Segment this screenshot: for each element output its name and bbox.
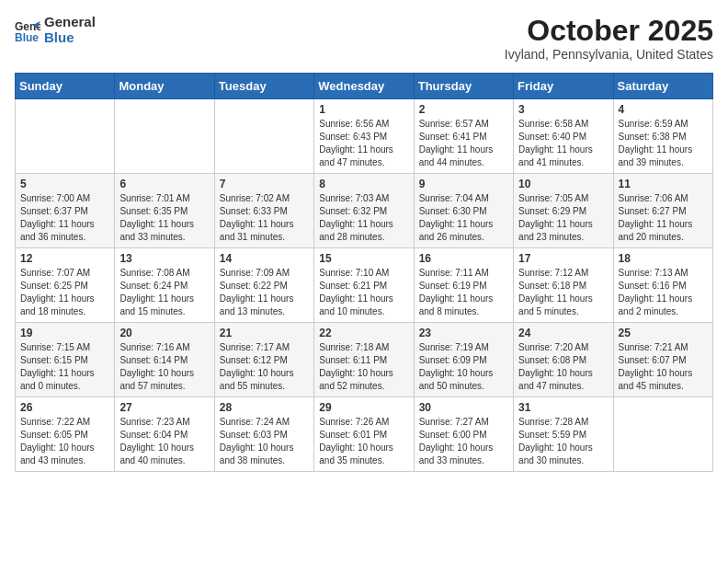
day-info: Sunrise: 7:02 AMSunset: 6:33 PMDaylight:… — [220, 192, 309, 244]
logo-general: General — [44, 15, 96, 30]
day-info: Sunrise: 7:00 AMSunset: 6:37 PMDaylight:… — [20, 192, 109, 244]
day-number: 10 — [518, 178, 608, 190]
day-number: 23 — [419, 327, 508, 339]
day-cell: 27Sunrise: 7:23 AMSunset: 6:04 PMDayligh… — [115, 397, 214, 472]
svg-text:Blue: Blue — [15, 31, 39, 43]
day-info: Sunrise: 7:04 AMSunset: 6:30 PMDaylight:… — [419, 192, 508, 244]
day-number: 8 — [319, 178, 408, 190]
day-cell: 14Sunrise: 7:09 AMSunset: 6:22 PMDayligh… — [214, 248, 313, 323]
week-row-5: 26Sunrise: 7:22 AMSunset: 6:05 PMDayligh… — [16, 397, 713, 472]
day-info: Sunrise: 7:19 AMSunset: 6:09 PMDaylight:… — [419, 341, 508, 393]
day-info: Sunrise: 7:18 AMSunset: 6:11 PMDaylight:… — [319, 341, 408, 393]
day-info: Sunrise: 6:56 AMSunset: 6:43 PMDaylight:… — [319, 118, 408, 169]
day-number: 24 — [518, 327, 608, 339]
day-info: Sunrise: 7:24 AMSunset: 6:03 PMDaylight:… — [220, 416, 309, 467]
logo-icon: General Blue — [15, 17, 40, 43]
page-header: General Blue General Blue October 2025 I… — [15, 15, 713, 62]
day-cell — [16, 99, 115, 174]
weekday-header-thursday: Thursday — [414, 74, 513, 99]
day-cell: 28Sunrise: 7:24 AMSunset: 6:03 PMDayligh… — [214, 397, 313, 472]
day-info: Sunrise: 7:17 AMSunset: 6:12 PMDaylight:… — [220, 341, 309, 393]
day-number: 31 — [518, 401, 608, 414]
day-number: 6 — [119, 178, 209, 190]
day-cell: 31Sunrise: 7:28 AMSunset: 5:59 PMDayligh… — [514, 397, 613, 472]
week-row-3: 12Sunrise: 7:07 AMSunset: 6:25 PMDayligh… — [16, 248, 713, 323]
day-info: Sunrise: 7:03 AMSunset: 6:32 PMDaylight:… — [319, 192, 408, 244]
day-number: 11 — [619, 178, 708, 190]
weekday-header-sunday: Sunday — [16, 74, 115, 99]
day-cell — [115, 99, 214, 174]
day-info: Sunrise: 7:07 AMSunset: 6:25 PMDaylight:… — [20, 267, 109, 318]
logo-blue: Blue — [44, 30, 96, 46]
day-number: 16 — [419, 252, 508, 265]
day-cell: 19Sunrise: 7:15 AMSunset: 6:15 PMDayligh… — [16, 323, 115, 397]
day-cell — [214, 99, 313, 174]
day-info: Sunrise: 6:59 AMSunset: 6:38 PMDaylight:… — [619, 118, 708, 169]
day-info: Sunrise: 7:12 AMSunset: 6:18 PMDaylight:… — [518, 267, 608, 318]
day-info: Sunrise: 7:09 AMSunset: 6:22 PMDaylight:… — [220, 267, 309, 318]
day-info: Sunrise: 7:15 AMSunset: 6:15 PMDaylight:… — [20, 341, 109, 393]
day-cell: 11Sunrise: 7:06 AMSunset: 6:27 PMDayligh… — [613, 174, 712, 248]
day-cell: 1Sunrise: 6:56 AMSunset: 6:43 PMDaylight… — [314, 99, 414, 174]
day-cell: 21Sunrise: 7:17 AMSunset: 6:12 PMDayligh… — [214, 323, 313, 397]
day-info: Sunrise: 7:22 AMSunset: 6:05 PMDaylight:… — [20, 416, 109, 467]
day-info: Sunrise: 7:27 AMSunset: 6:00 PMDaylight:… — [419, 416, 508, 467]
day-cell: 13Sunrise: 7:08 AMSunset: 6:24 PMDayligh… — [115, 248, 214, 323]
weekday-header-monday: Monday — [115, 74, 214, 99]
day-cell: 10Sunrise: 7:05 AMSunset: 6:29 PMDayligh… — [514, 174, 613, 248]
day-number: 14 — [220, 252, 309, 265]
day-number: 7 — [220, 178, 309, 190]
day-number: 9 — [419, 178, 508, 190]
month-title: October 2025 — [505, 15, 713, 47]
day-info: Sunrise: 6:58 AMSunset: 6:40 PMDaylight:… — [518, 118, 608, 169]
weekday-header-tuesday: Tuesday — [214, 74, 313, 99]
day-info: Sunrise: 7:11 AMSunset: 6:19 PMDaylight:… — [419, 267, 508, 318]
day-number: 1 — [319, 103, 408, 116]
day-number: 13 — [119, 252, 209, 265]
day-cell: 18Sunrise: 7:13 AMSunset: 6:16 PMDayligh… — [613, 248, 712, 323]
day-info: Sunrise: 7:21 AMSunset: 6:07 PMDaylight:… — [619, 341, 708, 393]
day-info: Sunrise: 7:13 AMSunset: 6:16 PMDaylight:… — [619, 267, 708, 318]
logo: General Blue General Blue — [15, 15, 96, 45]
day-cell: 24Sunrise: 7:20 AMSunset: 6:08 PMDayligh… — [514, 323, 613, 397]
day-cell: 8Sunrise: 7:03 AMSunset: 6:32 PMDaylight… — [314, 174, 414, 248]
week-row-4: 19Sunrise: 7:15 AMSunset: 6:15 PMDayligh… — [16, 323, 713, 397]
day-info: Sunrise: 7:20 AMSunset: 6:08 PMDaylight:… — [518, 341, 608, 393]
location: Ivyland, Pennsylvania, United States — [505, 47, 713, 62]
week-row-1: 1Sunrise: 6:56 AMSunset: 6:43 PMDaylight… — [16, 99, 713, 174]
day-cell: 30Sunrise: 7:27 AMSunset: 6:00 PMDayligh… — [414, 397, 513, 472]
day-cell: 16Sunrise: 7:11 AMSunset: 6:19 PMDayligh… — [414, 248, 513, 323]
weekday-header-row: SundayMondayTuesdayWednesdayThursdayFrid… — [16, 74, 713, 99]
day-cell: 20Sunrise: 7:16 AMSunset: 6:14 PMDayligh… — [115, 323, 214, 397]
day-info: Sunrise: 7:10 AMSunset: 6:21 PMDaylight:… — [319, 267, 408, 318]
weekday-header-wednesday: Wednesday — [314, 74, 414, 99]
day-cell: 4Sunrise: 6:59 AMSunset: 6:38 PMDaylight… — [613, 99, 712, 174]
day-cell: 6Sunrise: 7:01 AMSunset: 6:35 PMDaylight… — [115, 174, 214, 248]
day-number: 12 — [20, 252, 109, 265]
day-cell: 5Sunrise: 7:00 AMSunset: 6:37 PMDaylight… — [16, 174, 115, 248]
weekday-header-friday: Friday — [514, 74, 613, 99]
calendar-table: SundayMondayTuesdayWednesdayThursdayFrid… — [15, 73, 713, 472]
day-number: 26 — [20, 401, 109, 414]
day-number: 22 — [319, 327, 408, 339]
day-number: 5 — [20, 178, 109, 190]
week-row-2: 5Sunrise: 7:00 AMSunset: 6:37 PMDaylight… — [16, 174, 713, 248]
day-cell: 3Sunrise: 6:58 AMSunset: 6:40 PMDaylight… — [514, 99, 613, 174]
day-info: Sunrise: 7:01 AMSunset: 6:35 PMDaylight:… — [119, 192, 209, 244]
day-info: Sunrise: 7:06 AMSunset: 6:27 PMDaylight:… — [619, 192, 708, 244]
weekday-header-saturday: Saturday — [613, 74, 712, 99]
day-number: 2 — [419, 103, 508, 116]
day-cell: 26Sunrise: 7:22 AMSunset: 6:05 PMDayligh… — [16, 397, 115, 472]
day-cell: 29Sunrise: 7:26 AMSunset: 6:01 PMDayligh… — [314, 397, 414, 472]
day-number: 27 — [119, 401, 209, 414]
day-cell — [613, 397, 712, 472]
day-info: Sunrise: 7:05 AMSunset: 6:29 PMDaylight:… — [518, 192, 608, 244]
day-cell: 9Sunrise: 7:04 AMSunset: 6:30 PMDaylight… — [414, 174, 513, 248]
day-number: 3 — [518, 103, 608, 116]
day-cell: 17Sunrise: 7:12 AMSunset: 6:18 PMDayligh… — [514, 248, 613, 323]
day-number: 25 — [619, 327, 708, 339]
day-info: Sunrise: 7:08 AMSunset: 6:24 PMDaylight:… — [119, 267, 209, 318]
day-cell: 7Sunrise: 7:02 AMSunset: 6:33 PMDaylight… — [214, 174, 313, 248]
day-number: 18 — [619, 252, 708, 265]
day-cell: 2Sunrise: 6:57 AMSunset: 6:41 PMDaylight… — [414, 99, 513, 174]
